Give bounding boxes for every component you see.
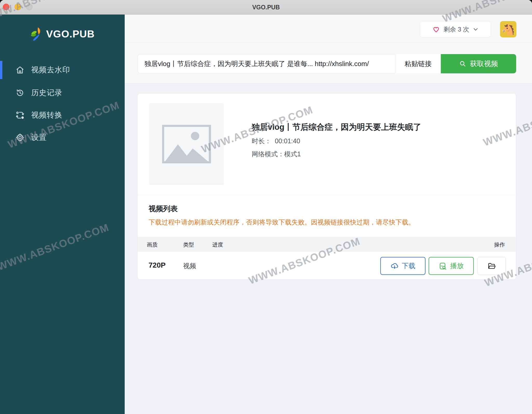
quota-pill[interactable]: 剩余 3 次 xyxy=(420,21,491,37)
folder-icon xyxy=(488,262,496,270)
video-card: 独居vlog丨节后综合症，因为明天要上班失眠了 时长：00:01:40 网络模式… xyxy=(137,93,516,280)
column-actions: 操作 xyxy=(494,241,505,248)
column-quality: 画质 xyxy=(147,241,158,248)
titlebar: VGO.PUB xyxy=(0,0,532,15)
duration-label: 时长： xyxy=(252,137,271,145)
fetch-video-button[interactable]: 获取视频 xyxy=(441,54,516,73)
logo-bird-icon xyxy=(30,27,43,41)
sidebar-item-history[interactable]: 历史记录 xyxy=(0,84,125,102)
header: 剩余 3 次 🐴 xyxy=(125,15,532,43)
preview-icon xyxy=(439,262,447,270)
network-mode-value: 模式1 xyxy=(284,150,301,158)
cloud-download-icon xyxy=(390,262,399,270)
sidebar-item-convert[interactable]: 视频转换 xyxy=(0,106,125,124)
chevron-down-icon xyxy=(473,27,478,32)
duration-value: 00:01:40 xyxy=(275,137,300,145)
paste-link-button[interactable]: 粘贴链接 xyxy=(395,54,441,73)
app-window: VGO.PUB VGO.PUB 视频去水印 历史记录 xyxy=(0,0,532,414)
home-icon xyxy=(16,66,24,74)
video-duration: 时长：00:01:40 xyxy=(252,137,300,145)
cell-quality: 720P xyxy=(149,261,165,269)
fetch-video-label: 获取视频 xyxy=(470,59,498,68)
convert-icon xyxy=(16,111,24,120)
video-list-heading: 视频列表 xyxy=(149,204,178,214)
table-row: 720P 视频 下载 播放 xyxy=(138,252,516,280)
sidebar-item-label: 视频转换 xyxy=(31,110,62,120)
url-input[interactable] xyxy=(137,54,395,73)
image-placeholder-icon xyxy=(162,125,211,164)
video-title: 独居vlog丨节后综合症，因为明天要上班失眠了 xyxy=(252,122,506,133)
column-type: 类型 xyxy=(183,241,194,248)
download-warning: 下载过程中请勿刷新或关闭程序，否则将导致下载失败。因视频链接很快过期，请尽快下载… xyxy=(149,218,415,227)
sidebar: VGO.PUB 视频去水印 历史记录 视频转换 xyxy=(0,15,125,414)
quota-label: 剩余 3 次 xyxy=(444,25,469,34)
video-network-mode: 网络模式：模式1 xyxy=(252,150,301,158)
card-divider xyxy=(138,195,516,195)
logo-text: VGO.PUB xyxy=(46,28,95,40)
search-icon xyxy=(459,60,466,67)
sidebar-item-watermark-removal[interactable]: 视频去水印 xyxy=(0,61,125,79)
play-button[interactable]: 播放 xyxy=(429,257,474,275)
open-folder-button[interactable] xyxy=(477,257,506,275)
play-label: 播放 xyxy=(450,261,464,270)
search-bar: 粘贴链接 获取视频 xyxy=(125,43,532,83)
cell-type: 视频 xyxy=(183,262,196,270)
sidebar-item-label: 视频去水印 xyxy=(31,65,70,75)
gear-icon xyxy=(16,133,24,142)
download-label: 下载 xyxy=(402,261,415,270)
sidebar-item-label: 历史记录 xyxy=(31,88,62,98)
table-header: 画质 类型 进度 操作 xyxy=(138,237,516,252)
history-icon xyxy=(16,88,24,97)
download-button[interactable]: 下载 xyxy=(380,257,425,275)
network-mode-label: 网络模式： xyxy=(252,150,284,158)
window-title: VGO.PUB xyxy=(0,0,532,15)
sidebar-item-settings[interactable]: 设置 xyxy=(0,128,125,147)
heart-icon xyxy=(432,25,440,33)
avatar[interactable]: 🐴 xyxy=(500,21,516,37)
sidebar-item-label: 设置 xyxy=(31,132,47,143)
thumbnail-placeholder xyxy=(149,103,224,185)
column-progress: 进度 xyxy=(212,241,223,248)
app-logo: VGO.PUB xyxy=(0,27,125,41)
